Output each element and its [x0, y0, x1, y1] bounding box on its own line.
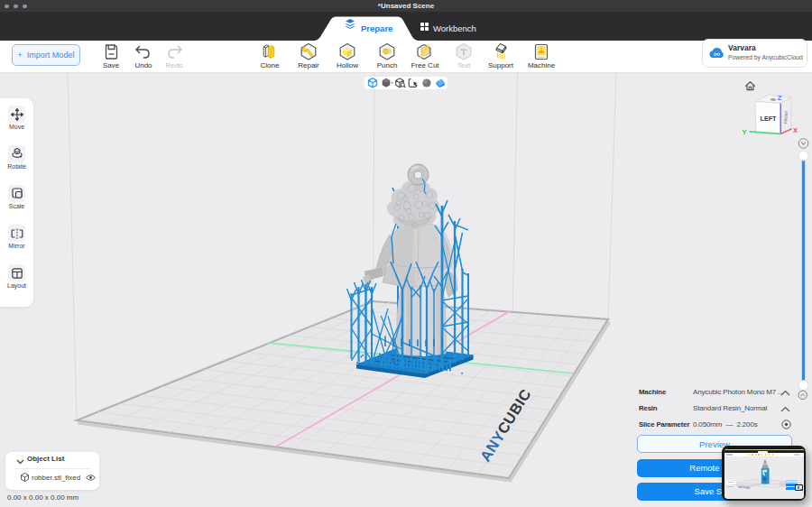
svg-text:X: X: [793, 126, 798, 134]
svg-text:FRONT: FRONT: [783, 110, 789, 124]
svg-text:LEFT: LEFT: [761, 115, 778, 123]
svg-text:Y: Y: [742, 128, 746, 136]
svg-text:Z: Z: [778, 94, 782, 102]
